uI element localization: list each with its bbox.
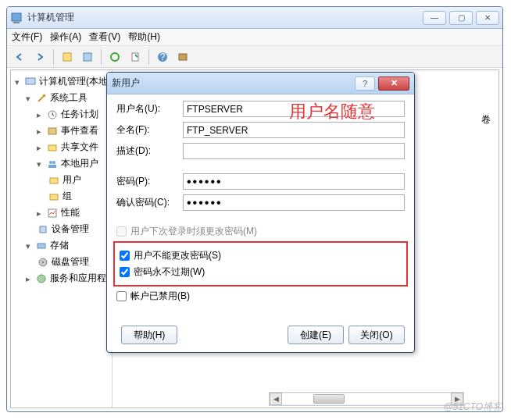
help-button[interactable]: ? [153,48,172,66]
menubar: 文件(F) 操作(A) 查看(V) 帮助(H) [7,29,502,46]
svg-rect-20 [38,244,45,248]
menu-view[interactable]: 查看(V) [89,30,120,44]
expand-icon[interactable]: ▾ [23,241,33,251]
minimize-button[interactable]: — [423,11,446,25]
menu-action[interactable]: 操作(A) [50,30,81,44]
titlebar: 计算机管理 — ▢ ✕ [7,7,502,29]
password-never-expires-checkbox[interactable] [120,267,130,277]
tree-storage[interactable]: ▾ 存储 [13,237,110,254]
menu-help[interactable]: 帮助(H) [128,30,160,44]
svg-rect-9 [26,78,35,84]
tree-users[interactable]: 用户 [13,172,110,188]
window-controls: — ▢ ✕ [423,11,499,25]
tree-root[interactable]: ▾ 计算机管理(本地 [13,73,110,90]
menu-file[interactable]: 文件(F) [12,30,42,44]
cannot-change-password-label[interactable]: 用户不能更改密码(S) [134,249,221,262]
nav-forward-button[interactable] [30,48,49,66]
fullname-label: 全名(F): [116,123,183,137]
expand-icon[interactable]: ▸ [34,126,44,136]
expand-icon[interactable]: ▸ [34,110,44,119]
confirm-password-label: 确认密码(C): [116,196,183,209]
must-change-password-label: 用户下次登录时须更改密码(M) [130,225,257,238]
scroll-track[interactable] [282,393,451,404]
tree-disk-management[interactable]: 磁盘管理 [13,254,110,270]
dialog-titlebar[interactable]: 新用户 ? ✕ [107,73,414,94]
refresh-button[interactable] [105,48,124,66]
expand-icon[interactable]: ▾ [13,77,22,87]
scroll-thumb[interactable] [313,394,345,404]
tree-system-tools[interactable]: ▾ 系统工具 [13,90,110,106]
toolbar-separator [101,49,102,65]
cannot-change-password-checkbox[interactable] [120,251,130,261]
tree-services-apps[interactable]: ▸ 服务和应用程 [13,270,110,287]
dialog-close-button[interactable]: ✕ [378,77,409,91]
fullname-field[interactable] [183,122,405,138]
username-field[interactable] [183,101,405,117]
create-button[interactable]: 创建(E) [288,326,344,344]
must-change-password-checkbox [116,226,127,237]
svg-point-14 [52,161,55,164]
svg-rect-17 [50,194,58,200]
tree-event-viewer[interactable]: ▸ 事件查看 [13,123,110,139]
storage-icon [35,240,48,252]
expand-icon[interactable]: ▾ [34,159,44,169]
tree-task-scheduler[interactable]: ▸ 任务计划 [13,106,110,123]
column-header-volume[interactable]: 卷 [481,113,491,126]
toolbar-separator [53,49,54,65]
watermark: @51CTO博客 [443,400,502,414]
expand-icon[interactable]: ▸ [34,143,44,152]
svg-rect-11 [48,128,56,134]
close-button[interactable]: 关闭(O) [348,326,405,344]
users-icon [46,158,59,170]
folder-icon [48,174,60,187]
svg-rect-0 [12,13,21,21]
nav-tree: ▾ 计算机管理(本地 ▾ 系统工具 ▸ 任务计划 ▸ 事件查看 ▸ [11,70,113,408]
dialog-body: 用户名(U): 全名(F): 描述(D): 密码(P): 确认密码(C): 用户… [107,94,414,312]
svg-rect-12 [48,145,56,151]
nav-back-button[interactable] [10,48,29,66]
expand-icon[interactable]: ▸ [23,274,33,283]
svg-rect-19 [40,226,46,233]
services-icon [35,272,48,285]
maximize-button[interactable]: ▢ [449,11,473,25]
app-icon [10,12,23,24]
shared-folder-icon [46,141,59,154]
username-label: 用户名(U): [116,102,183,116]
tree-local-users[interactable]: ▾ 本地用户 [13,155,110,172]
account-disabled-checkbox[interactable] [116,291,127,301]
computer-icon [24,76,37,88]
svg-rect-1 [13,22,20,23]
event-icon [46,125,59,137]
up-button[interactable] [58,48,77,66]
dialog-button-row: 帮助(H) 创建(E) 关闭(O) [116,326,405,344]
svg-point-4 [111,53,119,61]
svg-rect-8 [179,54,187,60]
password-never-expires-label[interactable]: 密码永不过期(W) [134,265,205,279]
expand-icon[interactable]: ▸ [34,208,44,218]
window-title: 计算机管理 [27,11,423,24]
svg-rect-15 [48,165,56,168]
tree-shared-folders[interactable]: ▸ 共享文件 [13,139,110,155]
tree-performance[interactable]: ▸ 性能 [13,205,110,221]
must-change-password-row: 用户下次登录时须更改密码(M) [116,225,405,238]
tree-device-manager[interactable]: 设备管理 [13,221,110,237]
toolbar-separator [148,49,149,65]
options-button[interactable] [173,48,192,66]
confirm-password-field[interactable] [183,194,405,211]
toolbar: ? [7,46,502,68]
tree-groups[interactable]: 组 [13,188,110,205]
properties-button[interactable] [78,48,97,66]
dialog-help-icon[interactable]: ? [355,77,375,91]
export-button[interactable] [126,48,145,66]
close-button[interactable]: ✕ [476,11,499,25]
expand-icon[interactable]: ▾ [23,94,33,103]
scroll-left-button[interactable]: ◀ [270,393,282,405]
account-disabled-label[interactable]: 帐户已禁用(B) [130,290,190,303]
svg-rect-3 [84,53,91,61]
disk-icon [37,256,49,269]
password-field[interactable] [183,173,405,190]
help-button[interactable]: 帮助(H) [121,326,177,344]
description-field[interactable] [183,143,405,159]
horizontal-scrollbar[interactable]: ◀ ▶ [269,392,464,406]
svg-rect-16 [50,178,58,183]
